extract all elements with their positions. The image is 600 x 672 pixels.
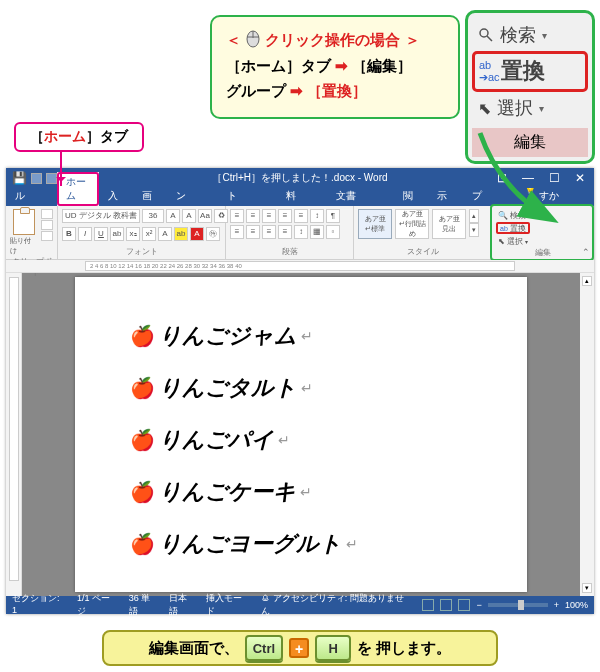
status-section[interactable]: セクション: 1 — [12, 592, 67, 618]
collapse-ribbon-button[interactable]: ⌃ — [582, 247, 590, 257]
view-read-button[interactable] — [422, 599, 434, 611]
select-button[interactable]: ⬉選択▾ — [496, 235, 530, 247]
cut-button[interactable] — [41, 209, 53, 219]
ribbon-tabs: ファイル ホーム 挿入 描画 デザイン レイアウト 参考資料 差し込み文書 校閲… — [6, 188, 594, 206]
doc-line: 🍎りんごヨーグルト↵ — [130, 529, 497, 559]
select-label: 選択 — [497, 96, 533, 120]
change-case-button[interactable]: Aa — [198, 209, 212, 223]
paste-button[interactable]: 貼り付け — [10, 209, 37, 256]
editing-group-label: 編集 — [472, 128, 588, 157]
page-viewport[interactable]: 🍎りんごジャム↵ 🍎りんごタルト↵ 🍎りんごパイ↵ 🍎りんごケーキ↵ 🍎りんごヨ… — [22, 273, 580, 596]
sort-button[interactable]: ↕ — [310, 209, 324, 223]
apple-icon: 🍎 — [130, 324, 155, 348]
indent-dec-button[interactable]: ≡ — [278, 209, 292, 223]
strike-button[interactable]: ab — [110, 227, 124, 241]
align-center-button[interactable]: ≡ — [246, 225, 260, 239]
document-page[interactable]: 🍎りんごジャム↵ 🍎りんごタルト↵ 🍎りんごパイ↵ 🍎りんごケーキ↵ 🍎りんごヨ… — [75, 277, 527, 592]
search-icon — [478, 27, 494, 43]
multilevel-button[interactable]: ≡ — [262, 209, 276, 223]
replace-icon: ab — [500, 225, 508, 232]
svg-line-1 — [487, 36, 492, 41]
style-normal[interactable]: あア亜↵標準 — [358, 209, 392, 239]
superscript-button[interactable]: x² — [142, 227, 156, 241]
scroll-down-button[interactable]: ▾ — [582, 583, 592, 593]
maximize-button[interactable]: ☐ — [546, 171, 562, 185]
status-bar: セクション: 1 1/1 ページ 36 単語 日本語 挿入モード 🕭 アクセシビ… — [6, 596, 594, 614]
status-insert[interactable]: 挿入モード — [206, 592, 251, 618]
undo-icon[interactable] — [31, 173, 42, 184]
find-button-large[interactable]: 検索 ▾ — [472, 19, 588, 51]
grow-font-button[interactable]: A — [166, 209, 180, 223]
ribbon-display-icon[interactable]: ⊡ — [494, 171, 510, 185]
style-no-spacing[interactable]: あア亜↵行間詰め — [395, 209, 429, 239]
status-accessibility[interactable]: 🕭 アクセシビリティ: 問題ありません — [261, 592, 412, 618]
numbering-button[interactable]: ≡ — [246, 209, 260, 223]
ribbon: 貼り付け クリップボード UD デジタル 教科書 36 A A Aa ♻ — [6, 206, 594, 260]
borders-button[interactable]: ▫ — [326, 225, 340, 239]
view-print-button[interactable] — [440, 599, 452, 611]
cursor-icon: ⬉ — [478, 99, 491, 118]
indent-inc-button[interactable]: ≡ — [294, 209, 308, 223]
editing-label: 編集 — [496, 247, 589, 258]
font-color-button[interactable]: A — [190, 227, 204, 241]
copy-button[interactable] — [41, 220, 53, 230]
font-name-selector[interactable]: UD デジタル 教科書 — [62, 209, 140, 223]
format-painter-button[interactable] — [41, 231, 53, 241]
zoom-out-button[interactable]: − — [476, 600, 481, 610]
home-tab-name: ホーム — [44, 128, 86, 146]
click-note-title: クリック操作の場合 — [265, 31, 400, 48]
view-web-button[interactable] — [458, 599, 470, 611]
paste-icon — [13, 209, 35, 235]
replace-button[interactable]: ab置換 — [496, 222, 530, 234]
home-tab-connector-line — [60, 152, 62, 186]
align-right-button[interactable]: ≡ — [262, 225, 276, 239]
text-effects-button[interactable]: A — [158, 227, 172, 241]
close-button[interactable]: ✕ — [572, 171, 588, 185]
scroll-up-button[interactable]: ▴ — [582, 276, 592, 286]
font-size-selector[interactable]: 36 — [142, 209, 164, 223]
styles-down-button[interactable]: ▾ — [469, 223, 479, 237]
shrink-font-button[interactable]: A — [182, 209, 196, 223]
italic-button[interactable]: I — [78, 227, 92, 241]
line-spacing-button[interactable]: ↕ — [294, 225, 308, 239]
zoom-in-button[interactable]: + — [554, 600, 559, 610]
highlight-button[interactable]: ab — [174, 227, 188, 241]
zoom-level[interactable]: 100% — [565, 600, 588, 610]
status-lang[interactable]: 日本語 — [169, 592, 196, 618]
enclose-char-button[interactable]: ㊕ — [206, 227, 220, 241]
replace-button-large[interactable]: ab➔ac 置換 — [472, 51, 588, 92]
find-button[interactable]: 🔍検索▾ — [496, 209, 533, 221]
bullets-button[interactable]: ≡ — [230, 209, 244, 223]
status-page[interactable]: 1/1 ページ — [77, 592, 119, 618]
horizontal-ruler[interactable]: 2 4 6 8 10 12 14 16 18 20 22 24 26 28 30… — [6, 260, 594, 273]
styles-group: あア亜↵標準 あア亜↵行間詰め あア亜見出 ▴ ▾ スタイル — [354, 206, 492, 259]
instr-prefix: 編集画面で、 — [149, 639, 239, 658]
note-replace: ［置換］ — [307, 82, 367, 99]
replace-label: 置換 — [501, 56, 545, 86]
doc-line: 🍎りんごパイ↵ — [130, 425, 497, 455]
cursor-icon: ⬉ — [498, 237, 505, 246]
tab-suffix: タブ — [100, 128, 128, 146]
apple-icon: 🍎 — [130, 532, 155, 556]
doc-line: 🍎りんごジャム↵ — [130, 321, 497, 351]
zoom-slider[interactable] — [488, 603, 548, 607]
bold-button[interactable]: B — [62, 227, 76, 241]
paragraph-mark-icon: ↵ — [301, 328, 313, 345]
vertical-scrollbar[interactable]: ▴ ▾ — [580, 273, 594, 596]
show-marks-button[interactable]: ¶ — [326, 209, 340, 223]
underline-button[interactable]: U — [94, 227, 108, 241]
justify-button[interactable]: ≡ — [278, 225, 292, 239]
style-heading1[interactable]: あア亜見出 — [432, 209, 466, 239]
minimize-button[interactable]: — — [520, 171, 536, 185]
arrow-right-icon: ➡ — [290, 82, 303, 99]
align-left-button[interactable]: ≡ — [230, 225, 244, 239]
save-icon[interactable]: 💾 — [12, 171, 27, 185]
subscript-button[interactable]: x₂ — [126, 227, 140, 241]
select-button-large[interactable]: ⬉ 選択 ▾ — [472, 92, 588, 124]
note-edit-group: ［編集］ — [352, 57, 412, 74]
shading-button[interactable]: ▦ — [310, 225, 324, 239]
status-words[interactable]: 36 単語 — [129, 592, 159, 618]
vertical-ruler[interactable] — [6, 273, 22, 596]
home-tab-callout: ［ ホーム ］ タブ — [14, 122, 144, 152]
styles-up-button[interactable]: ▴ — [469, 209, 479, 223]
